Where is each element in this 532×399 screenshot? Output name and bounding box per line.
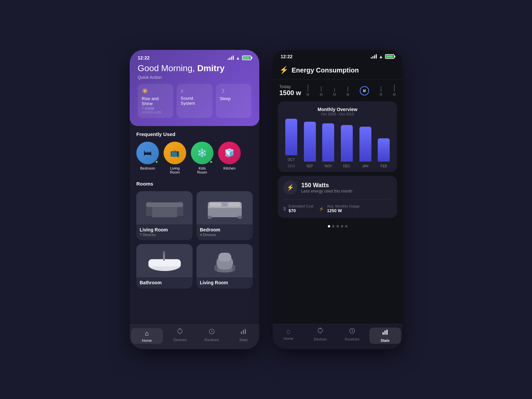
- svg-rect-6: [207, 206, 241, 217]
- dot-1[interactable]: [328, 225, 330, 227]
- estimated-cost-value: $70: [289, 208, 314, 213]
- routines-icon-left: [208, 328, 215, 336]
- quick-action-label: Quick Action: [138, 75, 251, 80]
- bar-dec: DEC: [339, 125, 355, 168]
- svg-point-16: [162, 251, 165, 254]
- bar-feb: FEB: [376, 138, 392, 168]
- dot-2[interactable]: [332, 225, 334, 227]
- bolt-circle: ⚡: [283, 181, 297, 195]
- kidsroom-label: KidsRoom: [197, 166, 207, 174]
- svg-rect-23: [243, 330, 244, 334]
- battery-icon-right: [385, 54, 394, 59]
- quick-card-0[interactable]: ☀️ Rise and Shine 7.30am SCHEDULED: [138, 84, 173, 118]
- stats-icon-left: [240, 328, 247, 336]
- estimated-cost-detail: $ Estimated Cost $70: [283, 204, 313, 213]
- estimated-cost-label: Estimated Cost: [289, 204, 314, 208]
- wifi-icon: ▲: [236, 56, 240, 61]
- bedroom-card-name: Bedroom: [200, 227, 249, 232]
- room-card-bedroom[interactable]: Bedroom 4 Devices: [197, 191, 253, 240]
- quick-card-title-2: Sleep: [220, 96, 247, 101]
- battery-icon: [242, 56, 251, 60]
- rooms-label: Rooms: [136, 181, 253, 187]
- greeting-text: Good Morning, Dmitry: [138, 63, 251, 73]
- dot-5[interactable]: [345, 225, 347, 227]
- today-watts: 1500 w: [279, 89, 301, 97]
- nav-home-left[interactable]: ⌂ Home: [131, 328, 163, 344]
- devices-label-right: Devices: [314, 337, 327, 341]
- bar-feb-fill: [378, 138, 390, 162]
- home-icon-left: ⌂: [145, 330, 149, 337]
- time-left: 12:22: [138, 55, 150, 61]
- quick-card-2[interactable]: ☽ Sleep: [216, 84, 251, 118]
- home-label-left: Home: [142, 338, 152, 342]
- energy-stat-main: ⚡ 150 Watts Less energy used this month: [283, 181, 392, 200]
- bar-oct-year: 2019: [288, 164, 295, 168]
- freq-room-bedroom[interactable]: 🛏 Bedroom: [136, 142, 159, 174]
- dot-4[interactable]: [341, 225, 343, 227]
- devices-icon-right: [317, 328, 324, 336]
- livingroom-avatar: 📺: [164, 142, 186, 164]
- svg-rect-5: [177, 215, 183, 218]
- online-dot-kids: [209, 160, 213, 164]
- bolt-icon: ⚡: [287, 184, 294, 191]
- energy-header: ⚡ Energy Consumption: [273, 62, 402, 79]
- timeline-dot-2: M: [333, 88, 336, 96]
- bedroom-label: Bedroom: [140, 166, 155, 170]
- nav-routines-left[interactable]: Routines: [196, 328, 228, 344]
- nav-stats-left[interactable]: Stats: [228, 328, 260, 344]
- nav-home-right[interactable]: ⌂ Home: [273, 328, 305, 344]
- time-right: 12:22: [281, 54, 293, 59]
- bar-chart: OCT 2019 SEP NOV DEC JAN FEB: [283, 121, 392, 168]
- livingroom-card-name: Living Room: [140, 227, 189, 232]
- energy-stat-card: ⚡ 150 Watts Less energy used this month …: [278, 176, 397, 218]
- quick-card-1[interactable]: ♪ Sound System: [177, 84, 212, 118]
- chart-subtitle: Oct 2018 - Oct 2019: [283, 112, 392, 116]
- room-card-bathroom[interactable]: Bathroom: [136, 244, 193, 289]
- svg-rect-19: [218, 253, 231, 262]
- bar-jan-fill: [359, 127, 371, 162]
- today-label: Today: [279, 84, 301, 89]
- monthly-chart: Monthly Overview Oct 2018 - Oct 2019 OCT…: [278, 101, 397, 172]
- kitchen-avatar: 🧊: [218, 142, 241, 164]
- nav-stats-right[interactable]: Stats: [369, 328, 401, 344]
- dot-3[interactable]: [336, 225, 339, 227]
- rooms-grid: Living Room 7 Devices: [136, 191, 253, 289]
- bathroom-image: [136, 244, 193, 277]
- routines-icon-right: [349, 328, 355, 336]
- stats-label-left: Stats: [239, 338, 248, 342]
- freq-room-kitchen[interactable]: 🧊 Kitchen: [218, 142, 241, 174]
- nav-routines-right[interactable]: Routines: [336, 328, 368, 344]
- quick-card-icon-2: ☽: [220, 88, 247, 94]
- room-card-livingroom[interactable]: Living Room 7 Devices: [136, 191, 193, 240]
- avg-usage-detail: ⚡ Avg. Monthly Usage 1250 W: [319, 204, 359, 213]
- svg-rect-11: [238, 215, 241, 218]
- avg-usage-value: 1250 W: [327, 208, 359, 213]
- bed-svg: [203, 196, 246, 220]
- quick-card-icon-1: ♪: [181, 88, 208, 94]
- livingroom2-image: [197, 244, 253, 277]
- frequently-used-label: Frequently Used: [136, 131, 253, 137]
- bedroom-card-devices: 4 Devices: [200, 233, 249, 237]
- bottom-nav-left: ⌂ Home Devices Routines: [130, 325, 259, 349]
- timeline-dot-3: M: [346, 86, 349, 96]
- nav-devices-left[interactable]: Devices: [164, 328, 196, 344]
- svg-rect-24: [245, 329, 246, 334]
- timeline-dot-active[interactable]: M: [360, 86, 369, 96]
- livingroom2-card-name: Living Room: [200, 280, 249, 285]
- svg-rect-3: [146, 202, 183, 207]
- status-bar-left: 12:22 ▲: [138, 55, 251, 63]
- bar-dec-fill: [341, 125, 353, 162]
- nav-devices-right[interactable]: Devices: [305, 328, 336, 344]
- freq-room-kidsroom[interactable]: ❄️ KidsRoom: [191, 142, 213, 174]
- timeline-dot-5: M: [380, 86, 382, 96]
- bar-sep: SEP: [302, 122, 318, 168]
- hero-header: 12:22 ▲ Good Morning, Dmitry Quick Actio…: [130, 50, 259, 126]
- freq-room-livingroom[interactable]: 📺 LivingRoom: [164, 142, 186, 174]
- timeline-dot-0: M: [307, 84, 309, 96]
- today-section: Today 1500 w M M M M M: [273, 79, 402, 101]
- bar-dec-label: DEC: [343, 164, 350, 168]
- lightning-small-icon: ⚡: [319, 206, 324, 211]
- room-card-livingroom2[interactable]: Living Room: [197, 244, 253, 289]
- left-phone: 12:22 ▲ Good Morning, Dmitry Quick Actio…: [130, 50, 259, 349]
- timeline: M M M M M M: [307, 84, 396, 96]
